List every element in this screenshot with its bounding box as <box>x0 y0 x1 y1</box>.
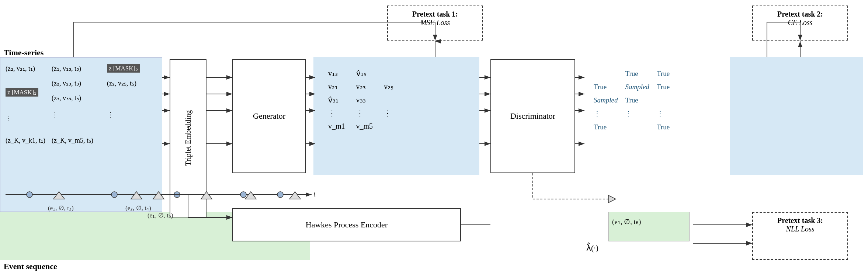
table-area: v₁₃ v̂₁₅ v₂₁ v₂₃ v₂₅ v̂₃₁ v₃₃ ⋮ ⋮ ⋮ v_m1… <box>317 64 405 135</box>
res-dots-2: ⋮ <box>625 109 649 118</box>
diagram-container: Time-series Event sequence Pretext task … <box>0 0 868 272</box>
table-cell-v21: v₂₁ <box>328 82 345 91</box>
table-dots-3: ⋮ <box>384 109 393 118</box>
table-dots-1: ⋮ <box>328 109 345 118</box>
res-1-1 <box>594 70 618 78</box>
pretext-task3-subtitle: NLL Loss <box>758 225 842 233</box>
svg-marker-14 <box>289 192 301 199</box>
event-right-region <box>608 212 690 241</box>
pretext-task2-title: Pretext task 2: <box>758 10 842 18</box>
event-sequence-label: Event sequence <box>4 262 57 271</box>
res-1-2: True <box>625 70 649 78</box>
pretext-task1-box: Pretext task 1: MSE Loss <box>387 6 483 41</box>
ts-entry-dots1: ⋮ <box>6 114 12 122</box>
table-cell-v13: v₁₃ <box>328 69 345 78</box>
table-cell-vm1: v_m1 <box>328 122 345 130</box>
svg-text:t: t <box>313 189 316 198</box>
generator-box: Generator <box>232 59 306 173</box>
ts-mid-1: (z₁, v₁₃, t₃) <box>52 64 81 73</box>
res-2-2: Sampled <box>625 83 649 91</box>
ts-entry-zk: (z_K, v_k1, t₁) <box>6 136 45 144</box>
triplet-embedding-label: Triplet Embedding <box>184 111 192 166</box>
res-5-3: True <box>657 123 670 131</box>
ts-mid-zk: (z_K, v_m5, t₅) <box>52 136 93 144</box>
ts-right-mask: z [MASK]₅ <box>107 64 140 72</box>
res-2-1: True <box>594 83 618 91</box>
ts-entry-1: (z₂, v₂₁, t₁) <box>6 64 35 73</box>
res-3-2: True <box>625 96 649 104</box>
ts-right-dots: ⋮ <box>107 111 114 119</box>
res-2-3: True <box>657 83 670 91</box>
res-5-1: True <box>594 123 618 131</box>
timeseries-label: Time-series <box>4 48 44 57</box>
discriminator-box: Discriminator <box>490 59 575 173</box>
results-area: True True True Sampled True Sampled True… <box>586 64 677 136</box>
pretext-task3-box: Pretext task 3: NLL Loss <box>752 212 848 260</box>
table-cell-vm5: v_m5 <box>356 122 373 130</box>
triplet-embedding-box: Triplet Embedding <box>170 59 206 217</box>
hawkes-encoder-box: Hawkes Process Encoder <box>232 208 461 241</box>
ts-mid-2: (z₂, v₂₃, t₃) <box>52 79 81 87</box>
res-3-1: Sampled <box>594 96 618 104</box>
svg-point-8 <box>277 192 283 198</box>
res-1-3: True <box>657 70 670 78</box>
svg-marker-13 <box>245 192 256 199</box>
table-cell-v23: v₂₃ <box>356 82 373 91</box>
ts-mid-3: (z₃, v₃₃, t₃) <box>52 94 81 102</box>
res-dots-3: ⋮ <box>657 109 670 118</box>
pretext-task2-box: Pretext task 2: CE Loss <box>752 6 848 41</box>
pretext-task2-subtitle: CE Loss <box>758 18 842 27</box>
results-region <box>730 57 863 175</box>
timeseries-region <box>0 57 162 212</box>
table-cell-vhat31: v̂₃₁ <box>328 95 345 104</box>
lambda-label: λ̂(·) <box>586 243 598 253</box>
table-cell-vhat15: v̂₁₅ <box>356 69 373 78</box>
ts-mid-dots: ⋮ <box>52 111 58 119</box>
svg-point-7 <box>240 192 246 198</box>
generator-label: Generator <box>253 111 285 121</box>
table-cell-v25: v₂₅ <box>384 82 393 91</box>
discriminator-label: Discriminator <box>510 111 555 121</box>
res-dots-1: ⋮ <box>594 109 618 118</box>
pretext-task1-title: Pretext task 1: <box>393 10 477 18</box>
pretext-task3-title: Pretext task 3: <box>758 216 842 225</box>
event-right-label: (e₁, ∅, t₆) <box>612 217 641 226</box>
table-dots-2: ⋮ <box>356 109 373 118</box>
ts-right-2: (z₂, v₂₅, t₅) <box>107 79 136 87</box>
svg-marker-46 <box>608 195 616 203</box>
res-3-3 <box>657 96 670 104</box>
ts-entry-mask: z [MASK]₁ <box>6 88 38 96</box>
table-cell-v33: v₃₃ <box>356 95 373 104</box>
pretext-task1-subtitle: MSE Loss <box>393 18 477 27</box>
hawkes-encoder-label: Hawkes Process Encoder <box>306 220 388 230</box>
res-5-2 <box>625 123 649 131</box>
